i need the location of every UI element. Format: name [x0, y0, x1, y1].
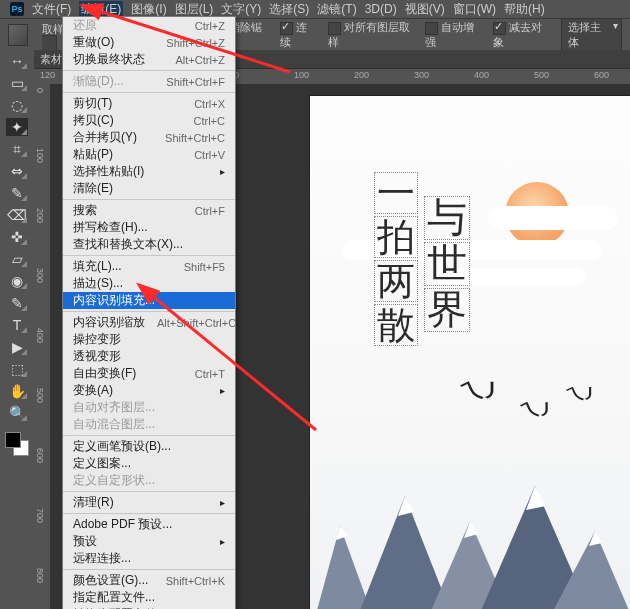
- ruler-vertical[interactable]: 0100200300400500600700800: [34, 84, 51, 609]
- menu-item[interactable]: 填充(L)...Shift+F5: [63, 258, 235, 275]
- document[interactable]: 一拍两散 与世界 乀丿 乀丿 乀丿: [310, 96, 630, 609]
- menu-item[interactable]: 定义图案...: [63, 455, 235, 472]
- tool-button[interactable]: ⇔: [6, 162, 28, 180]
- menu-item[interactable]: 搜索Ctrl+F: [63, 202, 235, 219]
- subtract-checkbox[interactable]: 减去对象: [493, 20, 547, 50]
- tool-button[interactable]: ◌: [6, 96, 28, 114]
- menu-separator: [63, 491, 235, 492]
- menu-item-label: 定义画笔预设(B)...: [73, 438, 171, 455]
- tool-button[interactable]: ✋: [6, 382, 28, 400]
- menu-item[interactable]: 剪切(T)Ctrl+X: [63, 95, 235, 112]
- menu-item[interactable]: 预设: [63, 533, 235, 550]
- menu-separator: [63, 199, 235, 200]
- menu-type[interactable]: 文字(Y): [221, 1, 261, 18]
- all-layers-checkbox[interactable]: 对所有图层取样: [328, 20, 411, 50]
- ruler-h-label: 400: [474, 70, 489, 80]
- svg-marker-8: [526, 486, 546, 510]
- ruler-h-label: 500: [534, 70, 549, 80]
- menu-layer[interactable]: 图层(L): [175, 1, 214, 18]
- menu-image[interactable]: 图像(I): [131, 1, 166, 18]
- menu-item-label: 自由变换(F): [73, 365, 136, 382]
- app-logo: Ps: [10, 2, 24, 16]
- menu-item: 定义自定形状...: [63, 472, 235, 489]
- menu-item-shortcut: Shift+Ctrl+F: [166, 76, 225, 88]
- tool-button[interactable]: ◉: [6, 272, 28, 290]
- menu-item-shortcut: Ctrl+T: [195, 368, 225, 380]
- menu-item[interactable]: 远程连接...: [63, 550, 235, 567]
- tool-button[interactable]: ✎: [6, 184, 28, 202]
- artwork-cloud: [488, 206, 618, 230]
- ruler-v-label: 0: [35, 88, 45, 93]
- menu-item[interactable]: 内容识别填充...: [63, 292, 235, 309]
- contiguous-checkbox[interactable]: 连续: [280, 20, 314, 50]
- artwork-text-column-1: 一拍两散: [374, 172, 418, 348]
- menu-item-label: 定义自定形状...: [73, 472, 155, 489]
- menu-item[interactable]: 定义画笔预设(B)...: [63, 438, 235, 455]
- menu-file[interactable]: 文件(F): [32, 1, 71, 18]
- menu-item[interactable]: 操控变形: [63, 331, 235, 348]
- menu-item-shortcut: Ctrl+Z: [195, 20, 225, 32]
- menu-item[interactable]: 内容识别缩放Alt+Shift+Ctrl+C: [63, 314, 235, 331]
- menu-item[interactable]: 清理(R): [63, 494, 235, 511]
- tool-button[interactable]: T: [6, 316, 28, 334]
- color-swatch[interactable]: [5, 432, 29, 456]
- tool-button[interactable]: ▱: [6, 250, 28, 268]
- tool-button[interactable]: ✎: [6, 294, 28, 312]
- menu-item[interactable]: 选择性粘贴(I): [63, 163, 235, 180]
- menu-select[interactable]: 选择(S): [269, 1, 309, 18]
- menu-item-label: 定义图案...: [73, 455, 131, 472]
- tool-button[interactable]: ⌫: [6, 206, 28, 224]
- menu-item[interactable]: 查找和替换文本(X)...: [63, 236, 235, 253]
- artwork-bird: 乀丿: [460, 379, 508, 401]
- menu-item-label: 拷贝(C): [73, 112, 114, 129]
- menu-item-label: 远程连接...: [73, 550, 131, 567]
- menu-edit[interactable]: 编辑(E): [79, 1, 123, 18]
- tool-button[interactable]: ▭: [6, 74, 28, 92]
- menu-item-label: 自动混合图层...: [73, 416, 155, 433]
- menu-separator: [63, 92, 235, 93]
- menu-item[interactable]: 清除(E): [63, 180, 235, 197]
- menu-help[interactable]: 帮助(H): [504, 1, 545, 18]
- menu-filter[interactable]: 滤镜(T): [317, 1, 356, 18]
- menu-item[interactable]: 自由变换(F)Ctrl+T: [63, 365, 235, 382]
- menu-item-shortcut: Ctrl+C: [194, 115, 225, 127]
- menu-item[interactable]: 拼写检查(H)...: [63, 219, 235, 236]
- menu-item-label: 选择性粘贴(I): [73, 163, 144, 180]
- menu-item[interactable]: 颜色设置(G)...Shift+Ctrl+K: [63, 572, 235, 589]
- menu-item[interactable]: 合并拷贝(Y)Shift+Ctrl+C: [63, 129, 235, 146]
- menu-item[interactable]: 拷贝(C)Ctrl+C: [63, 112, 235, 129]
- tool-button[interactable]: ⬚: [6, 360, 28, 378]
- edit-menu-dropdown[interactable]: 还原Ctrl+Z重做(O)Shift+Ctrl+Z切换最终状态Alt+Ctrl+…: [62, 16, 236, 609]
- menu-item[interactable]: 粘贴(P)Ctrl+V: [63, 146, 235, 163]
- artwork-bird: 乀丿: [566, 386, 602, 403]
- menu-item-label: 还原: [73, 17, 97, 34]
- menu-item[interactable]: 重做(O)Shift+Ctrl+Z: [63, 34, 235, 51]
- menu-window[interactable]: 窗口(W): [453, 1, 496, 18]
- menu-item-shortcut: Alt+Ctrl+Z: [175, 54, 225, 66]
- menu-item[interactable]: 切换最终状态Alt+Ctrl+Z: [63, 51, 235, 68]
- ruler-h-label: 600: [594, 70, 609, 80]
- tool-button[interactable]: ✜: [6, 228, 28, 246]
- select-subject-button[interactable]: 选择主体: [561, 18, 622, 52]
- ruler-h-label: 120: [40, 70, 55, 80]
- menu-item-label: 透视变形: [73, 348, 121, 365]
- menu-item[interactable]: 指定配置文件...: [63, 589, 235, 606]
- tool-button[interactable]: ✦: [6, 118, 28, 136]
- menu-item[interactable]: 透视变形: [63, 348, 235, 365]
- tool-button[interactable]: ▶: [6, 338, 28, 356]
- ruler-v-label: 100: [35, 148, 45, 163]
- menu-3d[interactable]: 3D(D): [365, 2, 397, 16]
- document-tab[interactable]: 素材: [40, 52, 62, 67]
- menu-item-label: 变换(A): [73, 382, 113, 399]
- menu-item[interactable]: 描边(S)...: [63, 275, 235, 292]
- menu-item-label: 清理(R): [73, 494, 114, 511]
- tool-button[interactable]: 🔍: [6, 404, 28, 422]
- menu-item-label: 自动对齐图层...: [73, 399, 155, 416]
- tool-button[interactable]: ↔: [6, 52, 28, 70]
- auto-enhance-checkbox[interactable]: 自动增强: [425, 20, 479, 50]
- menu-view[interactable]: 视图(V): [405, 1, 445, 18]
- menu-item[interactable]: 变换(A): [63, 382, 235, 399]
- menu-item[interactable]: Adobe PDF 预设...: [63, 516, 235, 533]
- tool-preset-icon[interactable]: [8, 24, 28, 46]
- tool-button[interactable]: ⌗: [6, 140, 28, 158]
